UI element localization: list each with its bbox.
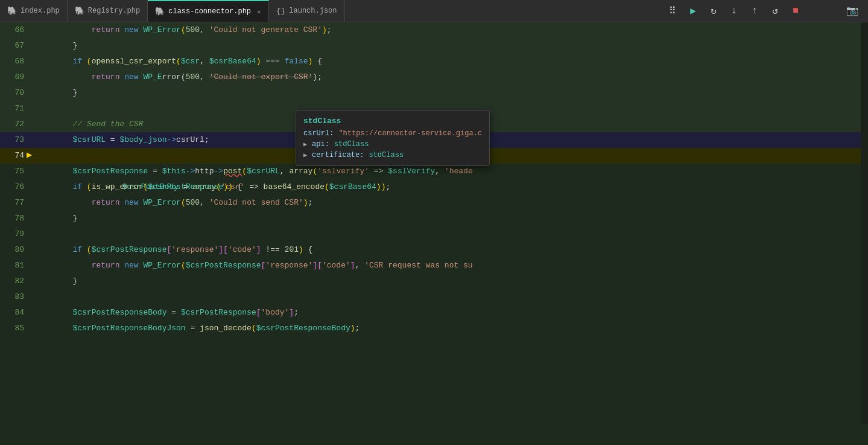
php-icon-registry: 🐘 (75, 6, 84, 16)
line-num-76: 76 (0, 179, 30, 195)
tooltip-prop-val-certificate: stdClass (369, 151, 404, 159)
line-content-69: return new WP_Error(500, 'Could not expo… (30, 69, 861, 85)
line-83: 83 (0, 289, 861, 305)
debug-arrow: ▶ (27, 148, 32, 164)
code-container: 66 return new WP_Error(500, 'Could not g… (0, 22, 868, 424)
tabs-area: 🐘 index.php 🐘 Registry.php 🐘 class-conne… (0, 0, 657, 22)
line-num-85: 85 (0, 321, 30, 336)
line-num-71: 71 (0, 101, 30, 117)
line-85: 85 $csrPostResponseBodyJson = json_decod… (0, 321, 861, 336)
line-content-80: if ($csrPostResponse['response']['code']… (30, 242, 861, 258)
tooltip-prop-key-csrurl: csrUrl: (303, 129, 334, 138)
grid-icon[interactable]: ⠿ (667, 5, 679, 17)
line-67: 67 } (0, 38, 861, 54)
line-content-68: if (openssl_csr_export($csr, $csrBase64)… (30, 54, 861, 69)
line-68: 68 if (openssl_csr_export($csr, $csrBase… (0, 54, 861, 69)
line-num-84: 84 (0, 305, 30, 321)
line-78: 78 } (0, 211, 861, 226)
play-icon[interactable]: ▶ (687, 5, 699, 17)
tooltip-row-certificate[interactable]: ▶ certificate: stdClass (296, 150, 489, 161)
line-num-82: 82 (0, 274, 30, 289)
restart-icon[interactable]: ↻ (708, 5, 720, 17)
line-num-75: 75 (0, 164, 30, 179)
line-content-67: } (30, 38, 861, 54)
line-num-72: 72 (0, 117, 30, 132)
camera-icon[interactable]: 📷 (846, 5, 858, 17)
line-num-77: 77 (0, 195, 30, 211)
line-76: 76 if (is_wp_error($csrPostResponse)) { (0, 179, 861, 195)
stop-icon[interactable]: ■ (790, 5, 802, 17)
tab-launch-json[interactable]: {} launch.json (269, 0, 345, 22)
line-content-77: return new WP_Error(500, 'Could not send… (30, 195, 861, 211)
tooltip-row-csrurl: csrUrl: "https://connector-service.giga.… (296, 128, 489, 139)
tooltip-row-api[interactable]: ▶ api: stdClass (296, 139, 489, 150)
line-content-79 (30, 226, 861, 242)
tab-registry-php[interactable]: 🐘 Registry.php (68, 0, 148, 22)
tab-label-launch: launch.json (289, 7, 337, 15)
line-num-79: 79 (0, 226, 30, 242)
line-num-73: 73 (0, 132, 30, 148)
line-content-83 (30, 289, 861, 305)
line-80: 80 if ($csrPostResponse['response']['cod… (0, 242, 861, 258)
line-content-82: } (30, 274, 861, 289)
tooltip-prop-key-certificate: certificate: (312, 151, 364, 159)
code-area: 66 return new WP_Error(500, 'Could not g… (0, 22, 861, 424)
line-77: 77 return new WP_Error(500, 'Could not s… (0, 195, 861, 211)
line-content-76: if (is_wp_error($csrPostResponse)) { (30, 179, 861, 195)
line-num-69: 69 (0, 69, 30, 85)
line-num-74: 74 (0, 148, 30, 164)
toolbar-area: ⠿ ▶ ↻ ↓ ↑ ↺ ■ 📷 (657, 0, 868, 22)
line-84: 84 $csrPostResponseBody = $csrPostRespon… (0, 305, 861, 321)
line-num-66: 66 (0, 22, 30, 38)
rewind-icon[interactable]: ↺ (769, 5, 781, 17)
expand-arrow-certificate: ▶ (303, 152, 307, 159)
tooltip-popup: stdClass csrUrl: "https://connector-serv… (296, 110, 490, 166)
tab-index-php[interactable]: 🐘 index.php (0, 0, 68, 22)
tab-label-class-connector: class-connector.php (168, 7, 251, 16)
line-num-67: 67 (0, 38, 30, 54)
close-tab-class-connector[interactable]: ✕ (257, 8, 261, 16)
expand-arrow-api: ▶ (303, 141, 307, 148)
line-content-66: return new WP_Error(500, 'Could not gene… (30, 22, 861, 38)
app-container: 🐘 index.php 🐘 Registry.php 🐘 class-conne… (0, 0, 868, 445)
line-content-78: } (30, 211, 861, 226)
tooltip-prop-val-csrurl: "https://connector-service.giga.c (338, 129, 482, 138)
line-content-85: $csrPostResponseBodyJson = json_decode($… (30, 321, 861, 336)
step-over-icon[interactable]: ↓ (728, 5, 740, 17)
tooltip-prop-val-api: stdClass (334, 140, 369, 149)
php-icon-class-connector: 🐘 (155, 7, 165, 16)
tooltip-title: stdClass (296, 115, 489, 128)
line-content-84: $csrPostResponseBody = $csrPostResponse[… (30, 305, 861, 321)
tab-class-connector-php[interactable]: 🐘 class-connector.php ✕ (148, 0, 268, 22)
json-icon-launch: {} (276, 7, 286, 16)
line-num-81: 81 (0, 258, 30, 274)
line-79: 79 (0, 226, 861, 242)
line-82: 82 } (0, 274, 861, 289)
line-70: 70 } (0, 85, 861, 101)
line-81: 81 return new WP_Error($csrPostResponse[… (0, 258, 861, 274)
line-66: 66 return new WP_Error(500, 'Could not g… (0, 22, 861, 38)
line-content-81: return new WP_Error($csrPostResponse['re… (30, 258, 861, 274)
minimap[interactable] (861, 22, 868, 424)
tab-label-index: index.php (21, 7, 60, 15)
line-num-83: 83 (0, 289, 30, 305)
line-num-80: 80 (0, 242, 30, 258)
line-num-70: 70 (0, 85, 30, 101)
php-icon-index: 🐘 (7, 6, 17, 16)
line-num-68: 68 (0, 54, 30, 69)
tab-label-registry: Registry.php (88, 7, 140, 15)
line-num-78: 78 (0, 211, 30, 226)
tab-toolbar-row: 🐘 index.php 🐘 Registry.php 🐘 class-conne… (0, 0, 868, 22)
step-into-icon[interactable]: ↑ (749, 5, 761, 17)
line-69: 69 return new WP_Error(500, 'Could not e… (0, 69, 861, 85)
line-content-70: } (30, 85, 861, 101)
tooltip-prop-key-api: api: (312, 140, 329, 149)
